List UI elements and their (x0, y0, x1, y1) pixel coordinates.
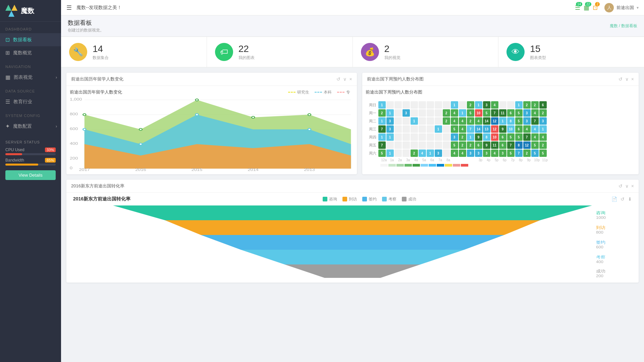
hm-cell (419, 101, 426, 109)
hm-cell (443, 141, 450, 149)
sidebar-item-education[interactable]: ☰ 教育行业 (0, 95, 61, 108)
heatmap-refresh-icon[interactable]: ↺ (619, 76, 623, 82)
area-chart-main-title: 前途出国历年留学人数变化 (70, 89, 122, 95)
stat-icon-wrench: 🔧 (69, 43, 87, 61)
hm-cell: 1 (467, 133, 474, 141)
legend-success: 成功 (402, 196, 416, 202)
refresh-icon[interactable]: ↺ (336, 76, 340, 82)
sidebar-item-dashboard[interactable]: ⊡ 数据看板 (0, 33, 61, 46)
svg-text:200: 200 (70, 157, 78, 160)
heatmap-collapse-icon[interactable]: ∨ (625, 76, 629, 82)
heatmap-close-icon[interactable]: × (631, 76, 634, 82)
user-area[interactable]: 人 前途出国 ▾ (604, 3, 639, 12)
svg-text:2016: 2016 (135, 168, 146, 171)
funnel-collapse-icon[interactable]: ∨ (625, 183, 629, 189)
hm-cell (411, 101, 418, 109)
hm-cell (394, 109, 402, 117)
funnel-download-icon[interactable]: ⬇ (628, 196, 632, 202)
hm-cell: 4 (459, 117, 466, 125)
cpu-progress-fill (5, 153, 22, 155)
sidebar: 魔数 DASHBOARD ⊡ 数据看板 ⊞ 魔数概览 NAVIGATION ▦ … (0, 0, 61, 362)
hm-cell: 4 (451, 149, 458, 157)
hm-cell: 4 (459, 149, 466, 157)
legend-label-inspect: 考察 (388, 196, 396, 202)
svg-text:到访: 到访 (596, 225, 605, 230)
hm-cell (402, 117, 410, 125)
scale-9 (453, 164, 460, 167)
legend-label-success: 成功 (408, 196, 416, 202)
svg-text:2015: 2015 (192, 168, 202, 171)
hm-cell (419, 141, 426, 149)
area-chart-header: 前途出国历年留学人数变化 ↺ ∨ × (66, 73, 357, 86)
bandwidth-label: Bandwidth (5, 158, 24, 163)
hm-cell (443, 149, 450, 157)
heatmap-row-wednesday: 周三 7 3 1 5 (368, 125, 633, 133)
funnel-doc-icon[interactable]: 📄 (611, 196, 617, 202)
heatmap-row-sunday: 周日 1 1 (368, 101, 633, 109)
section-label-navigation: NAVIGATION (0, 59, 61, 71)
sidebar-item-overview[interactable]: ⊞ 魔数概览 (0, 46, 61, 59)
funnel-chart-header: 2016新东方前途出国转化率 ↺ ∨ × (66, 180, 639, 193)
hm-cell: 11 (499, 109, 506, 117)
hm-cell: 1 (411, 117, 418, 125)
time-label: 6a (429, 158, 436, 162)
funnel-close-icon[interactable]: × (631, 183, 634, 189)
svg-text:600: 600 (70, 127, 78, 131)
svg-text:200: 200 (596, 274, 603, 278)
time-label: 7p (509, 158, 517, 162)
heatmap-body: 前途出国下周预约人数分布图 周日 1 (362, 86, 639, 173)
close-icon[interactable]: × (349, 76, 352, 82)
hm-cell: 4 (539, 133, 547, 141)
cpu-progress-bg (5, 153, 56, 155)
sidebar-item-config[interactable]: ✦ 魔数配置 › (0, 120, 61, 133)
sidebar-item-label: 数据看板 (13, 37, 32, 43)
heatmap-row-thursday: 周四 1 1 3 (368, 133, 633, 141)
sidebar-item-label: 魔数配置 (13, 123, 32, 129)
row-label-saturday: 周六 (368, 151, 378, 156)
hm-cell: 2 (467, 141, 474, 149)
list-icon: ☰ (5, 99, 10, 105)
legend-other: 专 (337, 89, 350, 95)
hm-cell (435, 133, 442, 141)
hm-cell (394, 101, 402, 109)
hm-cell (435, 101, 442, 109)
area-chart-legend: 研究生 本科 专 (288, 89, 354, 95)
notif-list-btn[interactable]: ☰ 14 (575, 4, 580, 11)
topbar: ☰ 魔数--发现数据之美！ ☰ 14 ▦ 22 ⊡ 2 人 前途出国 ▾ (61, 0, 644, 15)
hm-cell: 3 (467, 149, 474, 157)
hm-cell: 2 (467, 117, 474, 125)
svg-marker-35 (241, 250, 464, 264)
hm-cell: 3 (435, 149, 442, 157)
view-details-button[interactable]: View Details (5, 170, 56, 180)
heatmap-grid: 周日 1 1 (366, 99, 635, 169)
time-label: 2a (396, 158, 404, 162)
hm-cell: 8 (507, 117, 515, 125)
heatmap-cells-friday: 7 5 2 2 (378, 141, 547, 149)
charts-area: 前途出国历年留学人数变化 ↺ ∨ × 前途出国历年留学人数变化 研究生 (61, 67, 644, 362)
svg-text:400: 400 (596, 260, 603, 264)
collapse-icon[interactable]: ∨ (343, 76, 346, 82)
notif-chart-btn[interactable]: ▦ 22 (584, 4, 589, 11)
hm-cell (443, 133, 450, 141)
hm-cell (507, 101, 515, 109)
hm-cell: 4 (459, 125, 466, 133)
breadcrumb-root: 魔数 (610, 23, 618, 28)
funnel-refresh2-icon[interactable]: ↺ (621, 196, 625, 202)
legend-box-visit (342, 197, 347, 201)
funnel-refresh-icon[interactable]: ↺ (619, 183, 623, 189)
charts-row-2: 2016新东方前途出国转化率 ↺ ∨ × 2016新东方前途出国转化率 咨询 (66, 180, 639, 283)
hm-cell: 5 (531, 149, 539, 157)
sidebar-item-chart-view[interactable]: ▦ 图表视觉 › (0, 71, 61, 84)
hm-cell: 10 (491, 133, 498, 141)
settings-icon: ✦ (5, 123, 10, 129)
hm-cell (427, 141, 434, 149)
stat-icon-money: 💰 (361, 43, 379, 61)
hm-cell (402, 141, 410, 149)
hm-cell: 7 (378, 125, 386, 133)
scale-5 (421, 164, 428, 167)
menu-icon[interactable]: ☰ (66, 4, 72, 11)
notif-monitor-btn[interactable]: ⊡ 2 (593, 4, 598, 11)
hm-cell: 2 (443, 117, 450, 125)
legend-undergraduate: 本科 (315, 89, 332, 95)
hm-cell: 1 (499, 117, 506, 125)
